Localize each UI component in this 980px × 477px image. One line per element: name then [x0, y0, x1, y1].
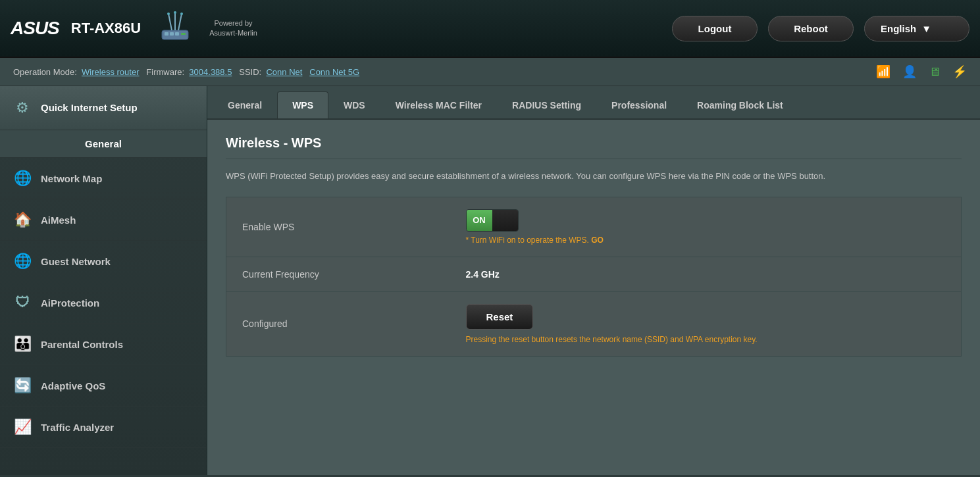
svg-line-5: [168, 14, 172, 30]
firmware-label: Firmware:: [146, 67, 184, 77]
sidebar-item-label: Network Map: [41, 173, 102, 184]
svg-rect-1: [165, 32, 168, 36]
table-row-current-frequency: Current Frequency 2.4 GHz: [226, 257, 962, 291]
wifi-status-icon: 📶: [876, 64, 890, 79]
table-row-enable-wps: Enable WPS ON * Turn WiFi on to operate …: [226, 197, 962, 257]
sidebar-item-label: Parental Controls: [41, 339, 123, 350]
page-description: WPS (WiFi Protected Setup) provides easy…: [226, 170, 962, 184]
language-button[interactable]: English ▼: [864, 16, 969, 41]
svg-point-10: [180, 13, 183, 15]
sidebar-item-label: Guest Network: [41, 256, 111, 267]
usb-status-icon: ⚡: [952, 64, 967, 79]
header: ASUS RT-AX86U Powered by Asuswrt-Merlin: [0, 0, 980, 58]
sidebar-item-aiprotection[interactable]: 🛡 AiProtection: [0, 282, 207, 324]
toggle-container: ON * Turn WiFi on to operate the WPS. GO: [466, 209, 946, 245]
aimesh-icon: 🏠: [13, 211, 32, 228]
configured-label: Configured: [226, 291, 450, 356]
quick-setup-label: Quick Internet Setup: [41, 101, 138, 114]
asus-brand: ASUS: [11, 18, 59, 39]
page-body: Wireless - WPS WPS (WiFi Protected Setup…: [207, 120, 980, 475]
sidebar-item-adaptive-qos[interactable]: 🔄 Adaptive QoS: [0, 365, 207, 407]
enable-wps-label: Enable WPS: [226, 197, 450, 257]
reset-note: Pressing the reset button resets the net…: [466, 335, 946, 344]
header-logo: ASUS RT-AX86U Powered by Asuswrt-Merlin: [11, 7, 257, 49]
settings-table: Enable WPS ON * Turn WiFi on to operate …: [226, 197, 962, 357]
reboot-button[interactable]: Reboot: [768, 16, 854, 41]
wifi-go-link[interactable]: GO: [591, 236, 604, 245]
configured-control: Reset Pressing the reset button resets t…: [450, 291, 962, 356]
reset-button[interactable]: Reset: [466, 304, 534, 330]
svg-rect-2: [170, 32, 174, 36]
sidebar-item-guest-network[interactable]: 🌐 Guest Network: [0, 241, 207, 282]
tab-wps[interactable]: WPS: [277, 91, 328, 118]
tab-professional[interactable]: Professional: [596, 91, 682, 118]
ssid-2g[interactable]: Conn Net: [266, 67, 302, 77]
tab-wds[interactable]: WDS: [328, 91, 380, 118]
page-title: Wireless - WPS: [226, 136, 962, 159]
language-label: English: [881, 23, 916, 34]
toggle-off-area: [492, 210, 518, 231]
sidebar-item-aimesh[interactable]: 🏠 AiMesh: [0, 199, 207, 241]
router-icon: [155, 7, 195, 49]
status-info: Operation Mode: Wireless router Firmware…: [13, 67, 359, 77]
current-frequency-label: Current Frequency: [226, 257, 450, 291]
adaptive-qos-icon: 🔄: [13, 377, 32, 394]
table-row-configured: Configured Reset Pressing the reset butt…: [226, 291, 962, 356]
tab-wireless-mac-filter[interactable]: Wireless MAC Filter: [380, 91, 497, 118]
svg-line-7: [178, 14, 182, 30]
sidebar-item-label: AiProtection: [41, 297, 99, 309]
tab-general[interactable]: General: [213, 91, 277, 118]
sidebar-item-network-map[interactable]: 🌐 Network Map: [0, 158, 207, 199]
logout-button[interactable]: Logout: [672, 16, 758, 41]
main-layout: ⚙ Quick Internet Setup General 🌐 Network…: [0, 86, 980, 475]
powered-by: Powered by Asuswrt-Merlin: [209, 18, 257, 39]
wifi-note: * Turn WiFi on to operate the WPS. GO: [466, 236, 946, 245]
guest-network-icon: 🌐: [13, 253, 32, 270]
status-icons: 📶 👤 🖥 ⚡: [876, 64, 967, 79]
router-model: RT-AX86U: [71, 20, 141, 37]
sidebar-item-traffic-analyzer[interactable]: 📈 Traffic Analyzer: [0, 407, 207, 448]
sidebar-quick-setup[interactable]: ⚙ Quick Internet Setup: [0, 86, 207, 130]
parental-controls-icon: 👪: [13, 336, 32, 353]
sidebar: ⚙ Quick Internet Setup General 🌐 Network…: [0, 86, 207, 475]
sidebar-item-label: Adaptive QoS: [41, 380, 105, 391]
frequency-value: 2.4 GHz: [466, 269, 500, 280]
traffic-analyzer-icon: 📈: [13, 418, 32, 436]
aiprotection-icon: 🛡: [13, 294, 32, 311]
tab-radius-setting[interactable]: RADIUS Setting: [497, 91, 596, 118]
operation-mode-label: Operation Mode:: [13, 67, 77, 77]
ssid-label: SSID:: [239, 67, 261, 77]
ssid-5g[interactable]: Conn Net 5G: [309, 67, 359, 77]
sidebar-item-label: AiMesh: [41, 214, 76, 226]
sidebar-general-label: General: [0, 130, 207, 158]
network-map-icon: 🌐: [13, 170, 32, 187]
status-bar: Operation Mode: Wireless router Firmware…: [0, 58, 980, 86]
svg-point-9: [174, 11, 176, 14]
current-frequency-value: 2.4 GHz: [450, 257, 962, 291]
enable-wps-control: ON * Turn WiFi on to operate the WPS. GO: [450, 197, 962, 257]
svg-point-8: [167, 13, 170, 15]
svg-rect-4: [181, 33, 186, 35]
quick-setup-icon: ⚙: [13, 99, 32, 116]
sidebar-item-label: Traffic Analyzer: [41, 422, 114, 433]
header-nav: Logout Reboot English ▼: [672, 16, 969, 41]
wps-toggle[interactable]: ON: [466, 209, 519, 232]
tabs-bar: General WPS WDS Wireless MAC Filter RADI…: [207, 86, 980, 120]
users-status-icon: 👤: [902, 64, 917, 79]
network-status-icon: 🖥: [929, 65, 941, 79]
chevron-down-icon: ▼: [921, 23, 931, 34]
sidebar-item-parental-controls[interactable]: 👪 Parental Controls: [0, 324, 207, 365]
content-area: General WPS WDS Wireless MAC Filter RADI…: [207, 86, 980, 475]
toggle-on-label: ON: [467, 210, 492, 231]
svg-rect-3: [175, 32, 179, 36]
firmware-value[interactable]: 3004.388.5: [189, 67, 232, 77]
operation-mode-value[interactable]: Wireless router: [82, 67, 139, 77]
tab-roaming-block-list[interactable]: Roaming Block List: [682, 91, 798, 118]
